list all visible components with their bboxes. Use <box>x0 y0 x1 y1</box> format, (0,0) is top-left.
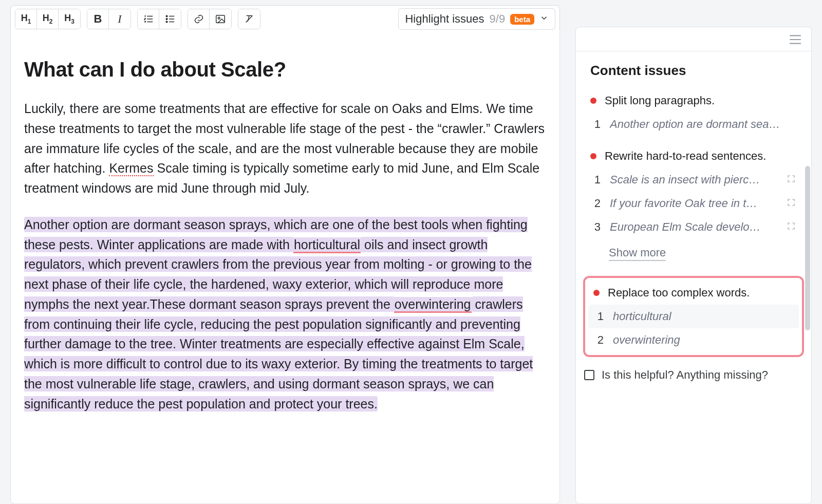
image-button[interactable] <box>210 9 231 29</box>
issue-index: 1 <box>591 118 601 131</box>
svg-point-2 <box>166 21 167 23</box>
unordered-list-icon <box>164 13 176 25</box>
issue-group-complex-highlighted: Replace too complex words. 1 horticultur… <box>583 276 804 357</box>
issue-item[interactable]: 1 horticultural <box>588 305 799 328</box>
expand-icon[interactable] <box>787 197 796 210</box>
issue-index: 1 <box>594 310 604 323</box>
severity-dot-icon <box>590 98 596 104</box>
issue-heading[interactable]: Rewrite hard-to-read sentences. <box>585 144 802 168</box>
issue-item[interactable]: 2 If your favorite Oak tree in t… <box>585 192 802 215</box>
panel-header <box>576 27 811 51</box>
issue-item[interactable]: 1 Another option are dormant sea… <box>585 113 802 136</box>
issue-snippet: Scale is an insect with pierc… <box>610 173 777 186</box>
issue-snippet: horticultural <box>613 310 793 323</box>
issue-index: 3 <box>591 220 601 234</box>
issue-snippet: If your favorite Oak tree in t… <box>610 197 777 210</box>
content-issues-panel: Content issues Split long paragraphs. 1 … <box>575 27 812 504</box>
bold-button[interactable]: B <box>87 9 109 29</box>
issue-item[interactable]: 3 European Elm Scale develo… <box>585 215 802 239</box>
style-group: B I <box>87 9 131 29</box>
doc-title: What can I do about Scale? <box>24 53 546 85</box>
unordered-list-button[interactable] <box>159 9 181 29</box>
highlight-issues-toggle[interactable]: Highlight issues 9/9 beta <box>398 8 555 30</box>
highlight-issues-count: 9/9 <box>490 12 506 26</box>
expand-icon[interactable] <box>787 173 796 186</box>
paragraph-2: Another option are dormant season sprays… <box>24 215 546 414</box>
expand-icon[interactable] <box>787 220 796 234</box>
issue-index: 1 <box>591 173 601 186</box>
heading-group: H1 H2 H3 <box>15 9 81 29</box>
scrollbar-thumb[interactable] <box>805 166 810 330</box>
menu-icon[interactable] <box>789 34 802 47</box>
issue-heading-label: Replace too complex words. <box>608 286 750 300</box>
feedback-prompt[interactable]: Is this helpful? Anything missing? <box>576 366 811 382</box>
issue-snippet: overwintering <box>613 333 793 347</box>
h2-button[interactable]: H2 <box>37 9 59 29</box>
svg-rect-3 <box>216 15 225 23</box>
sidebar-column: Content issues Split long paragraphs. 1 … <box>575 5 812 504</box>
spelling-flag[interactable]: Kermes <box>109 161 153 176</box>
hl-segment: crawlers from continuing their life cycl… <box>24 296 533 412</box>
editor-toolbar: H1 H2 H3 B I <box>10 5 560 33</box>
issue-snippet: Another option are dormant sea… <box>610 118 796 131</box>
complex-word-1[interactable]: horticultural <box>293 237 361 253</box>
ordered-list-button[interactable] <box>138 9 159 29</box>
svg-point-4 <box>218 17 220 19</box>
clear-format-button[interactable] <box>238 9 260 29</box>
complex-word-2[interactable]: overwintering <box>394 297 472 313</box>
italic-button[interactable]: I <box>109 9 130 29</box>
image-icon <box>215 13 226 25</box>
severity-dot-icon <box>590 153 596 159</box>
chevron-down-icon <box>539 13 549 25</box>
panel-title: Content issues <box>576 51 811 85</box>
insert-group <box>188 9 232 29</box>
severity-dot-icon <box>593 290 600 296</box>
h1-button[interactable]: H1 <box>15 9 37 29</box>
editor-column: H1 H2 H3 B I <box>10 5 560 504</box>
link-icon <box>193 13 204 25</box>
show-more-link[interactable]: Show more <box>585 239 802 265</box>
ordered-list-icon <box>143 13 154 25</box>
issue-heading-label: Rewrite hard-to-read sentences. <box>605 150 766 163</box>
issue-item[interactable]: 1 Scale is an insect with pierc… <box>585 168 802 192</box>
issue-index: 2 <box>594 333 604 347</box>
app-root: H1 H2 H3 B I <box>10 5 812 504</box>
beta-badge: beta <box>510 14 534 25</box>
link-button[interactable] <box>188 9 210 29</box>
feedback-text: Is this helpful? Anything missing? <box>602 368 768 382</box>
issue-heading-label: Split long paragraphs. <box>605 94 715 107</box>
issue-heading[interactable]: Replace too complex words. <box>588 281 799 305</box>
clear-format-icon <box>244 13 255 25</box>
checkbox-icon[interactable] <box>584 370 594 380</box>
svg-point-1 <box>166 18 167 20</box>
scrollbar[interactable] <box>805 63 810 496</box>
issue-index: 2 <box>591 197 601 210</box>
paragraph-1: Luckily, there are some treatments that … <box>24 99 546 198</box>
issue-group-split: Split long paragraphs. 1 Another option … <box>576 85 811 140</box>
clear-group <box>238 9 260 29</box>
editor-body[interactable]: What can I do about Scale? Luckily, ther… <box>10 30 560 504</box>
svg-point-0 <box>166 15 167 17</box>
highlight-issues-label: Highlight issues <box>405 12 484 26</box>
issue-snippet: European Elm Scale develo… <box>610 220 777 234</box>
h3-button[interactable]: H3 <box>59 9 80 29</box>
issue-item[interactable]: 2 overwintering <box>588 328 799 352</box>
issue-group-rewrite: Rewrite hard-to-read sentences. 1 Scale … <box>576 140 811 269</box>
list-group <box>137 9 181 29</box>
issue-heading[interactable]: Split long paragraphs. <box>585 89 802 113</box>
